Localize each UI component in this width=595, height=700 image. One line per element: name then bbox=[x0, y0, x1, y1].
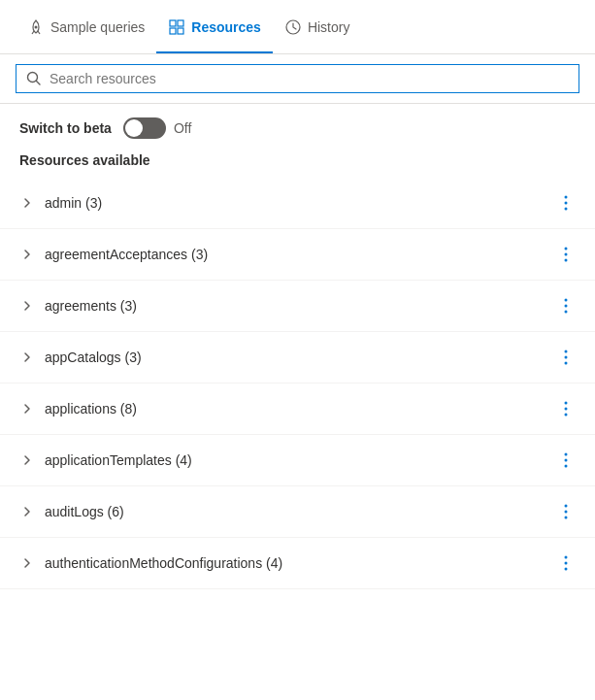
search-input[interactable] bbox=[50, 71, 569, 86]
tab-sample-queries[interactable]: Sample queries bbox=[16, 0, 156, 53]
search-icon bbox=[26, 71, 42, 86]
tab-history-label: History bbox=[308, 19, 350, 35]
list-item: admin (3) bbox=[0, 178, 595, 229]
list-item: applications (8) bbox=[0, 383, 595, 435]
resource-name: agreements (3) bbox=[45, 298, 552, 314]
rocket-icon bbox=[27, 18, 45, 36]
more-options-button[interactable] bbox=[552, 498, 579, 525]
svg-point-27 bbox=[565, 517, 568, 519]
resource-name: admin (3) bbox=[45, 195, 552, 211]
search-box bbox=[16, 64, 579, 93]
chevron-right-icon[interactable] bbox=[19, 350, 35, 365]
svg-point-14 bbox=[565, 305, 568, 308]
tab-resources-label: Resources bbox=[191, 19, 261, 35]
tab-resources[interactable]: Resources bbox=[156, 0, 273, 53]
svg-point-0 bbox=[35, 25, 38, 28]
svg-point-18 bbox=[565, 362, 568, 365]
svg-rect-2 bbox=[178, 20, 183, 26]
chevron-right-icon[interactable] bbox=[19, 555, 35, 571]
svg-point-19 bbox=[565, 402, 568, 405]
more-options-button[interactable] bbox=[552, 550, 579, 577]
svg-point-15 bbox=[565, 311, 568, 314]
tab-history[interactable]: History bbox=[273, 0, 362, 53]
search-container bbox=[0, 54, 595, 104]
chevron-right-icon[interactable] bbox=[19, 401, 35, 417]
more-options-button[interactable] bbox=[552, 395, 579, 422]
more-options-button[interactable] bbox=[552, 344, 579, 371]
resource-name: applications (8) bbox=[45, 401, 552, 417]
svg-point-7 bbox=[565, 196, 568, 199]
svg-point-9 bbox=[565, 208, 568, 211]
list-item: applicationTemplates (4) bbox=[0, 435, 595, 486]
beta-section: Switch to beta Off bbox=[0, 104, 595, 149]
svg-point-25 bbox=[565, 505, 568, 508]
list-item: agreementAcceptances (3) bbox=[0, 229, 595, 281]
svg-rect-1 bbox=[170, 20, 176, 26]
svg-point-28 bbox=[565, 556, 568, 559]
beta-label: Switch to beta bbox=[19, 120, 112, 136]
svg-point-11 bbox=[565, 253, 568, 256]
chevron-right-icon[interactable] bbox=[19, 298, 35, 314]
svg-point-21 bbox=[565, 414, 568, 417]
list-item: authenticationMethodConfigurations (4) bbox=[0, 538, 595, 589]
more-options-button[interactable] bbox=[552, 292, 579, 319]
toggle-state-label: Off bbox=[174, 120, 191, 136]
svg-point-6 bbox=[28, 73, 38, 83]
chevron-right-icon[interactable] bbox=[19, 247, 35, 262]
svg-point-23 bbox=[565, 459, 568, 462]
svg-point-10 bbox=[565, 248, 568, 250]
resources-heading: Resources available bbox=[0, 149, 595, 178]
more-options-button[interactable] bbox=[552, 241, 579, 268]
chevron-right-icon[interactable] bbox=[19, 452, 35, 468]
chevron-right-icon[interactable] bbox=[19, 504, 35, 519]
svg-rect-3 bbox=[170, 28, 176, 34]
svg-point-20 bbox=[565, 408, 568, 411]
resource-name: agreementAcceptances (3) bbox=[45, 247, 552, 262]
beta-toggle[interactable] bbox=[123, 117, 166, 139]
toggle-container: Off bbox=[123, 117, 191, 139]
resource-name: appCatalogs (3) bbox=[45, 350, 552, 365]
resource-name: applicationTemplates (4) bbox=[45, 452, 552, 468]
chevron-right-icon[interactable] bbox=[19, 195, 35, 211]
resource-name: auditLogs (6) bbox=[45, 504, 552, 519]
list-item: appCatalogs (3) bbox=[0, 332, 595, 383]
svg-point-16 bbox=[565, 350, 568, 353]
svg-point-12 bbox=[565, 259, 568, 262]
svg-rect-4 bbox=[178, 28, 183, 34]
toggle-knob bbox=[125, 119, 143, 137]
svg-point-30 bbox=[565, 568, 568, 571]
tab-sample-queries-label: Sample queries bbox=[50, 19, 145, 35]
svg-point-26 bbox=[565, 511, 568, 514]
more-options-button[interactable] bbox=[552, 447, 579, 474]
more-options-button[interactable] bbox=[552, 189, 579, 217]
clock-icon bbox=[284, 18, 302, 36]
resource-name: authenticationMethodConfigurations (4) bbox=[45, 555, 552, 571]
grid-icon bbox=[168, 18, 185, 36]
svg-point-29 bbox=[565, 562, 568, 565]
svg-point-17 bbox=[565, 356, 568, 359]
svg-point-8 bbox=[565, 202, 568, 205]
svg-point-22 bbox=[565, 453, 568, 456]
list-item: auditLogs (6) bbox=[0, 486, 595, 538]
list-item: agreements (3) bbox=[0, 281, 595, 332]
resource-list: admin (3) agreementAcceptances (3) agree… bbox=[0, 178, 595, 686]
svg-point-24 bbox=[565, 465, 568, 468]
tab-bar: Sample queries Resources History bbox=[0, 0, 595, 54]
svg-point-13 bbox=[565, 299, 568, 302]
